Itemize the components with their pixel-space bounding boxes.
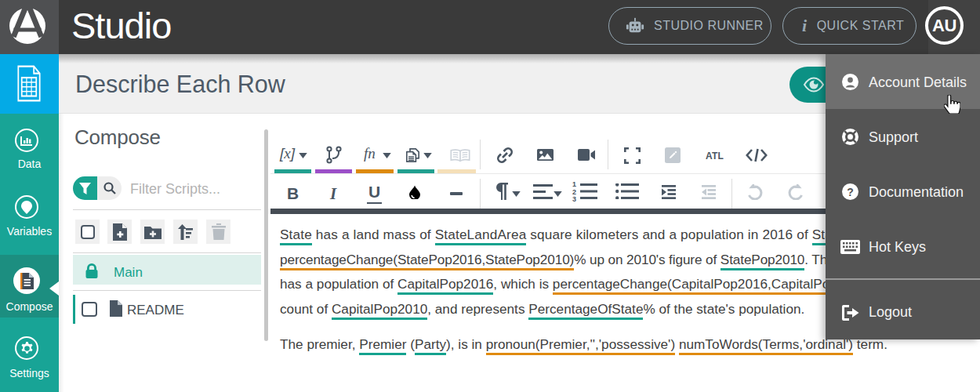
svg-text:?: ? [847,186,854,198]
